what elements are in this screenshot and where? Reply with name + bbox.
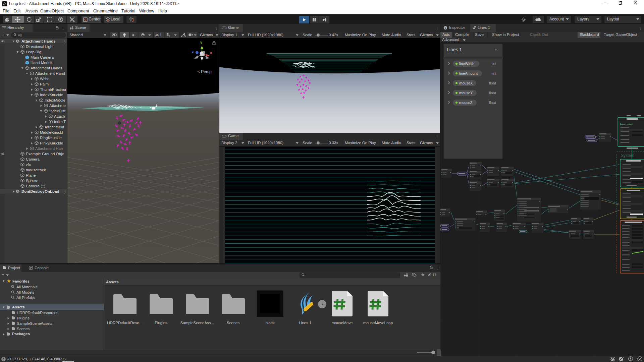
- svg-text:y: y: [200, 40, 203, 44]
- svg-text:Spawn system: Spawn system: [620, 123, 633, 125]
- svg-text:x: x: [210, 51, 212, 55]
- svg-text:z: z: [192, 50, 194, 54]
- svg-text:System: System: [621, 153, 634, 158]
- svg-text:< Persp: < Persp: [198, 69, 212, 74]
